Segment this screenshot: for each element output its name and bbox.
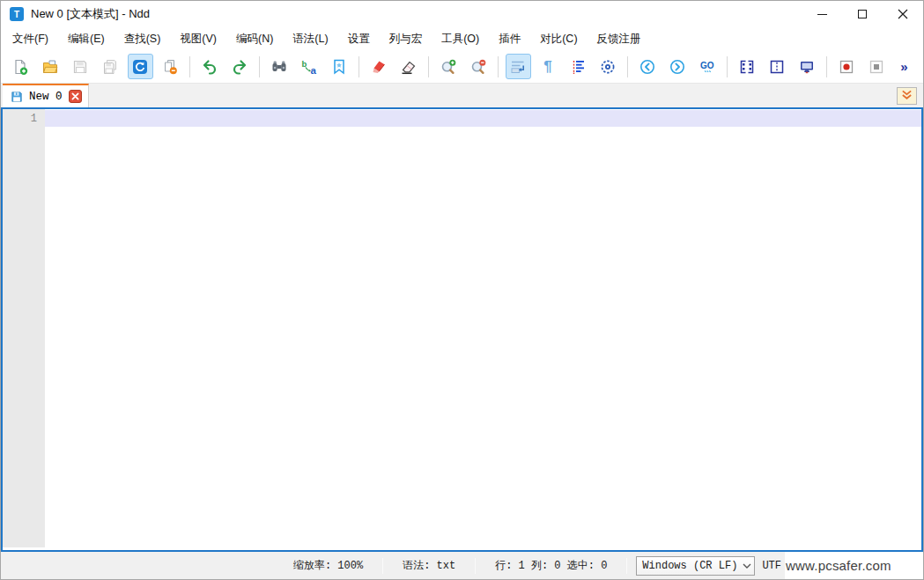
toolbar-separator [359, 56, 359, 77]
line-number-gutter: 1 [3, 109, 45, 547]
status-zoom: 缩放率: 100% [274, 558, 382, 573]
show-paragraph-marks-button[interactable]: ¶ [536, 54, 561, 79]
menu-item-settings[interactable]: 设置 [338, 27, 380, 50]
toolbar-separator [627, 56, 628, 77]
indent-guides-icon [569, 58, 587, 76]
new-file-button[interactable] [8, 54, 33, 79]
stop-macro-button[interactable] [864, 54, 890, 79]
editor: 1 [1, 107, 923, 552]
zoom-in-icon [440, 58, 457, 76]
menu-item-encoding[interactable]: 编码(N) [226, 27, 283, 50]
binoculars-icon [270, 58, 288, 76]
menu-item-plugins[interactable]: 插件 [489, 27, 530, 50]
minimize-button[interactable] [802, 1, 842, 27]
redo-icon [231, 58, 248, 76]
zoom-in-button[interactable] [436, 54, 462, 79]
word-wrap-icon [509, 58, 527, 76]
indent-guides-button[interactable] [565, 54, 591, 79]
zoom-out-icon [469, 58, 487, 76]
menu-item-file[interactable]: 文件(F) [3, 27, 58, 50]
menu-item-column-macro[interactable]: 列与宏 [380, 27, 432, 50]
save-all-button[interactable] [98, 54, 123, 79]
status-separator [626, 558, 627, 574]
app-icon: T [10, 7, 24, 21]
go-to-line-button[interactable]: GO [695, 54, 721, 79]
line-ending-select[interactable]: Windows (CR LF) [636, 556, 755, 576]
new-file-icon [11, 58, 29, 76]
status-position: 行: 1 列: 0 选中: 0 [476, 558, 626, 573]
toolbar-separator [428, 56, 429, 77]
replace-icon: b a [300, 58, 318, 76]
refresh-button[interactable] [128, 54, 153, 79]
current-line-highlight [45, 110, 921, 127]
open-file-button[interactable] [38, 54, 63, 79]
go-icon: GO [699, 58, 716, 76]
highlight-marker-button[interactable] [366, 54, 392, 79]
menu-item-search[interactable]: 查找(S) [115, 27, 171, 50]
menu-item-compare[interactable]: 对比(C) [530, 27, 587, 50]
eraser-icon [400, 58, 418, 76]
toolbar-separator [498, 56, 499, 77]
toolbar-overflow-button[interactable]: » [891, 54, 917, 79]
toolbar-separator [259, 56, 260, 77]
status-syntax: 语法: txt [383, 558, 475, 573]
save-all-icon [101, 58, 119, 76]
word-wrap-button[interactable] [506, 54, 531, 79]
eraser-button[interactable] [396, 54, 422, 79]
replace-button[interactable]: b a [297, 54, 322, 79]
tab-label: New 0 [29, 91, 63, 103]
navigate-forward-button[interactable] [665, 54, 691, 79]
maximize-icon [858, 10, 867, 18]
close-icon [69, 90, 82, 103]
refresh-icon [131, 58, 149, 76]
close-all-button[interactable] [158, 54, 183, 79]
split-view-icon [738, 58, 756, 76]
menu-item-tools[interactable]: 工具(O) [432, 27, 489, 50]
chevron-double-down-icon [900, 90, 913, 101]
tab-list-button[interactable] [897, 87, 917, 105]
target-circle-icon [599, 58, 617, 76]
menu-item-syntax[interactable]: 语法(L) [283, 27, 337, 50]
svg-text:b: b [302, 58, 307, 68]
line-number: 1 [31, 111, 37, 128]
tab-close-button[interactable] [69, 90, 82, 103]
save-button[interactable] [68, 54, 93, 79]
line-ending-value: Windows (CR LF) [642, 560, 737, 572]
navigate-back-button[interactable] [635, 54, 661, 79]
forward-circle-icon [669, 58, 686, 76]
tab-new-0[interactable]: New 0 [3, 84, 89, 107]
toolbar-separator [189, 56, 190, 77]
svg-text:GO: GO [700, 60, 714, 70]
open-folder-icon [41, 58, 59, 76]
tab-bar: New 0 [1, 83, 923, 107]
floppy-icon [11, 91, 23, 103]
menu-item-feedback-register[interactable]: 反馈注册 [588, 27, 651, 50]
split-vertical-icon [768, 58, 786, 76]
preview-monitor-button[interactable] [795, 54, 820, 79]
menu-item-edit[interactable]: 编辑(E) [58, 27, 115, 50]
watermark: www.pcsafer.com [785, 552, 923, 579]
close-button[interactable] [883, 1, 923, 27]
focus-target-button[interactable] [595, 54, 621, 79]
menu-item-view[interactable]: 视图(V) [170, 27, 226, 50]
bookmark-button[interactable] [327, 54, 352, 79]
undo-button[interactable] [197, 54, 223, 79]
record-macro-button[interactable] [834, 54, 860, 79]
split-view-button[interactable] [735, 54, 760, 79]
maximize-button[interactable] [842, 1, 883, 27]
split-vertical-button[interactable] [765, 54, 790, 79]
redo-button[interactable] [227, 54, 253, 79]
close-all-icon [161, 58, 179, 76]
pilcrow-icon: ¶ [543, 59, 551, 74]
svg-text:a: a [311, 64, 317, 75]
bookmark-icon [330, 58, 348, 76]
toolbar-separator [727, 56, 728, 77]
zoom-out-button[interactable] [466, 54, 492, 79]
find-button[interactable] [267, 54, 292, 79]
window-title: New 0 [文本模式] - Ndd [31, 6, 150, 22]
status-bar: 缩放率: 100% 语法: txt 行: 1 列: 0 选中: 0 Window… [1, 552, 923, 579]
text-area[interactable] [45, 109, 921, 550]
monitor-icon [798, 58, 816, 76]
marker-pen-icon [370, 58, 388, 76]
record-icon [838, 58, 855, 76]
